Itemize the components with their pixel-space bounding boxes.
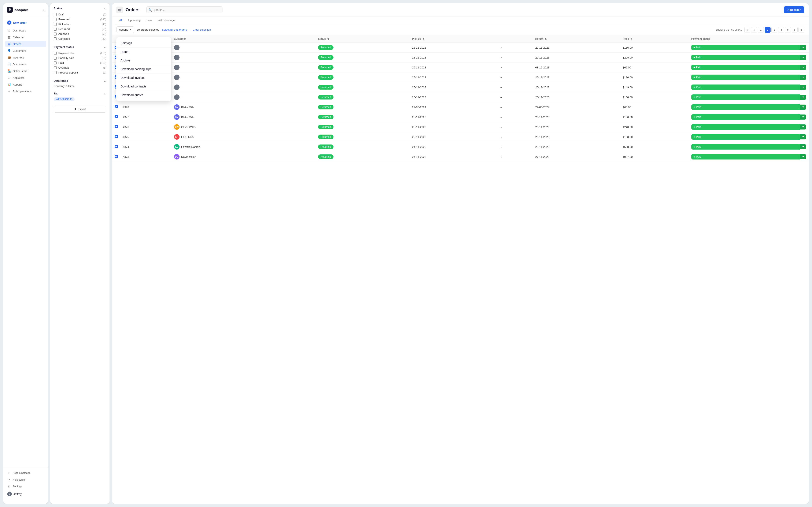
dropdown-item-archive[interactable]: Archive	[116, 56, 171, 65]
filter-status-draft[interactable]: Draft (5)	[54, 12, 106, 17]
dropdown-item-edit-tags[interactable]: Edit tags	[116, 39, 171, 48]
page-first-button[interactable]: «	[744, 27, 750, 33]
row-payment-btn-8[interactable]: + Paid ▼	[691, 124, 806, 130]
filter-status-picked-up[interactable]: Picked up (46)	[54, 22, 106, 26]
sidebar-item-app-store[interactable]: ⬡ App store	[5, 74, 46, 81]
sidebar-item-help-center[interactable]: ? Help center	[5, 476, 46, 483]
row-payment-dropdown-11[interactable]: ▼	[800, 154, 806, 159]
filter-date-range-header[interactable]: Date range ▲	[54, 79, 106, 82]
row-payment-btn-10[interactable]: + Paid ▼	[691, 144, 806, 150]
sidebar-item-scan-barcode[interactable]: ⊟ Scan a barcode	[5, 470, 46, 476]
filter-payment-paid[interactable]: Paid (110)	[54, 60, 106, 65]
filter-status-header[interactable]: Status ▲	[54, 7, 106, 10]
dropdown-item-download-quotes[interactable]: Download quotes	[116, 91, 171, 99]
table-header-return[interactable]: Return ⇅	[532, 35, 620, 43]
filter-payment-overpaid-checkbox[interactable]	[54, 66, 57, 69]
row-checkbox-cell-11[interactable]	[112, 152, 120, 162]
tab-all[interactable]: All	[116, 16, 125, 24]
clear-selection-link[interactable]: Clear selection	[193, 28, 211, 31]
row-payment-btn-6[interactable]: + Paid ▼	[691, 104, 806, 110]
row-payment-dropdown-10[interactable]: ▼	[800, 144, 806, 149]
filter-payment-overpaid[interactable]: Overpaid (1)	[54, 65, 106, 70]
filter-status-canceled[interactable]: Canceled (20)	[54, 36, 106, 41]
sidebar-item-documents[interactable]: 📄 Documents	[5, 61, 46, 67]
page-4-button[interactable]: 4	[778, 27, 784, 33]
sidebar-collapse-button[interactable]: «	[43, 8, 44, 12]
filter-status-draft-checkbox[interactable]	[54, 13, 57, 16]
search-input[interactable]	[146, 6, 222, 13]
select-all-link[interactable]: Select all 341 orders	[162, 28, 187, 31]
page-next-button[interactable]: ›	[792, 27, 798, 33]
row-payment-dropdown-1[interactable]: ▼	[800, 55, 806, 60]
sidebar-item-settings[interactable]: ⚙ Settings	[5, 483, 46, 490]
page-5-button[interactable]: 5	[785, 27, 791, 33]
row-payment-btn-7[interactable]: + Paid ▼	[691, 114, 806, 120]
sidebar-item-orders[interactable]: ▤ Orders	[5, 41, 46, 47]
dropdown-item-download-packing-slips[interactable]: Download packing slips	[116, 65, 171, 73]
tab-upcoming[interactable]: Upcoming	[125, 16, 144, 24]
filter-status-archived-checkbox[interactable]	[54, 33, 57, 36]
filter-status-returned-checkbox[interactable]	[54, 28, 57, 31]
sidebar-item-dashboard[interactable]: ⊙ Dashboard	[5, 27, 46, 34]
table-header-pickup[interactable]: Pick up ⇅	[410, 35, 497, 43]
sidebar-item-new-order[interactable]: + New order	[5, 19, 46, 26]
dropdown-item-download-invoices[interactable]: Download invoices	[116, 73, 171, 82]
row-payment-dropdown-6[interactable]: ▼	[800, 105, 806, 110]
row-checkbox-cell-9[interactable]	[112, 132, 120, 142]
tag-badge-container[interactable]: WEBSHOP 45	[54, 97, 106, 101]
filter-payment-paid-checkbox[interactable]	[54, 61, 57, 64]
row-checkbox-10[interactable]	[115, 145, 118, 148]
filter-status-archived[interactable]: Archived (53)	[54, 32, 106, 36]
export-button[interactable]: ⬆ Export	[54, 106, 106, 113]
row-payment-btn-1[interactable]: + Paid ▼	[691, 55, 806, 60]
tag-badge[interactable]: WEBSHOP 45	[54, 97, 74, 101]
dropdown-item-download-contracts[interactable]: Download contracts	[116, 82, 171, 91]
row-payment-dropdown-3[interactable]: ▼	[800, 75, 806, 80]
row-payment-dropdown-9[interactable]: ▼	[800, 134, 806, 139]
filter-payment-header[interactable]: Payment status ▲	[54, 45, 106, 49]
row-checkbox-cell-7[interactable]	[112, 112, 120, 122]
row-checkbox-9[interactable]	[115, 135, 118, 138]
row-payment-dropdown-5[interactable]: ▼	[800, 95, 806, 100]
row-checkbox-cell-10[interactable]	[112, 142, 120, 152]
user-menu[interactable]: J Jeffrey	[5, 490, 46, 498]
filter-payment-process-deposit[interactable]: Process deposit (2)	[54, 70, 106, 75]
table-header-price[interactable]: Price ⇅	[620, 35, 689, 43]
row-checkbox-7[interactable]	[115, 115, 118, 118]
filter-status-reserved-checkbox[interactable]	[54, 18, 57, 21]
table-header-status[interactable]: Status ⇅	[315, 35, 410, 43]
page-2-button[interactable]: 2	[765, 27, 770, 33]
page-prev-button[interactable]: ‹	[751, 27, 757, 33]
row-payment-btn-5[interactable]: + Paid ▼	[691, 95, 806, 100]
page-last-button[interactable]: »	[799, 27, 804, 33]
row-payment-dropdown-4[interactable]: ▼	[800, 85, 806, 90]
filter-payment-process-deposit-checkbox[interactable]	[54, 71, 57, 74]
row-payment-dropdown-7[interactable]: ▼	[800, 114, 806, 120]
filter-payment-due-checkbox[interactable]	[54, 52, 57, 55]
row-checkbox-6[interactable]	[115, 105, 118, 108]
filter-status-canceled-checkbox[interactable]	[54, 38, 57, 40]
sidebar-item-customers[interactable]: 👤 Customers	[5, 48, 46, 54]
sidebar-item-calendar[interactable]: ▦ Calendar	[5, 34, 46, 40]
filter-payment-due[interactable]: Payment due (210)	[54, 51, 106, 56]
row-payment-dropdown-0[interactable]: ▼	[800, 45, 806, 50]
tab-with-shortage[interactable]: With shortage	[155, 16, 177, 24]
filter-status-returned[interactable]: Returned (58)	[54, 26, 106, 32]
sidebar-item-online-store[interactable]: 🏪 Online store	[5, 68, 46, 74]
page-1-button[interactable]: 1	[758, 27, 764, 33]
row-payment-dropdown-2[interactable]: ▼	[800, 65, 806, 70]
row-checkbox-11[interactable]	[115, 155, 118, 158]
dropdown-item-return[interactable]: Return	[116, 48, 171, 56]
row-checkbox-cell-8[interactable]	[112, 122, 120, 132]
sidebar-item-bulk-operations[interactable]: ≡ Bulk operations	[5, 88, 46, 95]
row-payment-btn-0[interactable]: + Paid ▼	[691, 45, 806, 50]
filter-status-reserved[interactable]: Reserved (240)	[54, 17, 106, 22]
filter-payment-partially[interactable]: Partially paid (18)	[54, 56, 106, 60]
row-checkbox-8[interactable]	[115, 125, 118, 128]
row-payment-btn-2[interactable]: + Paid ▼	[691, 65, 806, 70]
row-payment-dropdown-8[interactable]: ▼	[800, 124, 806, 129]
filter-tag-header[interactable]: Tag ▲	[54, 92, 106, 95]
add-order-button[interactable]: Add order	[784, 6, 804, 13]
row-checkbox-cell-6[interactable]	[112, 102, 120, 112]
row-payment-btn-3[interactable]: + Paid ▼	[691, 74, 806, 80]
